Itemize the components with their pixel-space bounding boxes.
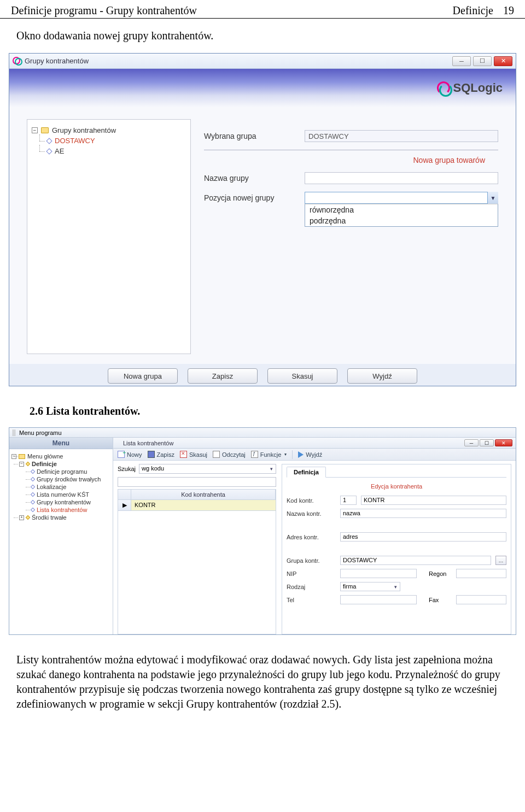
collapse-icon[interactable]: − [32, 127, 38, 133]
position-label: Pozycja nowej grupy [204, 193, 297, 202]
tree-item-dostawcy[interactable]: DOSTAWCY [32, 136, 186, 146]
fax-field[interactable] [456, 595, 506, 604]
exit-button[interactable]: Wyjdź [347, 368, 417, 384]
diamond-icon [31, 508, 35, 512]
nazwa-kontr-field[interactable]: nazwa [340, 509, 506, 518]
toolbar-exit[interactable]: Wyjdź [298, 451, 322, 458]
rodzaj-select[interactable]: firma ▾ [340, 582, 400, 591]
app-icon [118, 440, 122, 445]
menu-programu-label: Menu programu [19, 429, 62, 436]
kod-kontr-id-field[interactable]: 1 [340, 496, 357, 505]
chevron-down-icon[interactable]: ▾ [392, 582, 400, 591]
position-combo-list[interactable]: równorzędna podrzędna [305, 204, 498, 227]
tree-root[interactable]: − Grupy kontrahentów [32, 125, 186, 136]
expand-icon[interactable]: + [19, 515, 24, 520]
chevron-down-icon[interactable]: ▼ [487, 192, 498, 204]
sqlogic-logo-icon [437, 81, 450, 95]
toolbar: Nowy Zapisz Skasuj Odczytaj Funkcje▾ Wyj… [113, 449, 516, 461]
toolbar-refresh[interactable]: Odczytaj [213, 451, 246, 458]
kod-kontr-field[interactable]: KONTR [361, 496, 506, 505]
tree-item[interactable]: Definicje programu [11, 468, 110, 475]
chevron-down-icon[interactable]: ▾ [267, 464, 276, 473]
new-group-button[interactable]: Nowa grupa [108, 368, 178, 384]
grid-header-kod[interactable]: Kod kontrahenta [131, 490, 276, 499]
tab-definicja[interactable]: Definicja [287, 467, 326, 478]
child-window-titlebar: Lista kontrahentów ─ ☐ ✕ [113, 438, 516, 449]
minimize-button[interactable]: ─ [464, 439, 479, 446]
form-panel: Wybrana grupa DOSTAWCY Nowa grupa towaró… [204, 119, 498, 354]
search-mode-select[interactable]: wg kodu ▾ [139, 464, 276, 474]
tree-root-label: Grupy kontrahentów [52, 126, 116, 134]
tel-field[interactable] [340, 595, 417, 604]
child-window-title: Lista kontrahentów [123, 440, 464, 446]
maximize-button[interactable]: ☐ [473, 56, 492, 66]
diamond-icon [31, 469, 35, 474]
tree-item-label: AE [55, 147, 64, 155]
tree-label: Definicje [32, 461, 57, 467]
left-menu-header: Menu [9, 438, 113, 449]
toolbar-label: Funkcje [260, 451, 282, 458]
collapse-icon[interactable]: − [11, 454, 16, 459]
tel-label: Tel [287, 597, 336, 603]
left-tree[interactable]: − Menu główne − Definicje Definicje prog… [9, 449, 113, 634]
toolbar-label: Odczytaj [222, 451, 246, 458]
selected-group-label: Wybrana grupa [204, 132, 297, 140]
position-combo[interactable] [305, 192, 498, 204]
diamond-icon [31, 485, 35, 489]
combo-option-podrzedna[interactable]: podrzędna [305, 215, 498, 226]
diamond-icon [46, 138, 52, 144]
page-header: Definicje programu - Grupy kontrahentów … [0, 0, 525, 19]
refresh-icon [213, 451, 220, 458]
nip-field[interactable] [340, 569, 417, 578]
delete-icon [180, 451, 187, 458]
search-mode-value: wg kodu [142, 465, 164, 472]
toolbar-new[interactable]: Nowy [118, 451, 142, 458]
header-band: SQLogic [9, 69, 516, 107]
window-lista-kontrahentow: Menu programu Menu − Menu główne − Defin… [9, 427, 516, 635]
adres-kontr-field[interactable]: adres [340, 532, 506, 542]
regon-field[interactable] [456, 569, 506, 578]
delete-button[interactable]: Skasuj [267, 368, 337, 384]
minimize-button[interactable]: ─ [452, 56, 471, 66]
grupa-browse-button[interactable]: … [495, 556, 506, 565]
close-button[interactable]: ✕ [494, 56, 512, 66]
tree-panel[interactable]: − Grupy kontrahentów DOSTAWCY AE [27, 119, 191, 354]
tree-item[interactable]: Grupy środków trwałych [11, 475, 110, 483]
page-number: 19 [503, 4, 514, 17]
nip-label: NIP [287, 570, 336, 577]
tree-root-menu-glowne[interactable]: − Menu główne [11, 452, 110, 460]
grip-icon [13, 429, 16, 436]
close-button[interactable]: ✕ [495, 439, 512, 446]
tree-label: Lokalizacje [37, 484, 66, 490]
tree-item-srodki-trwale[interactable]: + Środki trwałe [11, 514, 110, 521]
grupa-kontr-field[interactable]: DOSTAWCY [340, 556, 491, 565]
collapse-icon[interactable]: − [19, 462, 24, 467]
tree-item-ae[interactable]: AE [32, 146, 186, 156]
tree-item-lista-kontrahentow[interactable]: Lista kontrahentów [11, 506, 110, 514]
group-name-input[interactable] [305, 172, 498, 184]
kod-kontr-label: Kod kontr. [287, 497, 336, 504]
diamond-icon [46, 148, 52, 154]
tree-item[interactable]: Grupy kontrahentów [11, 498, 110, 506]
toolbar-save[interactable]: Zapisz [148, 451, 174, 458]
kontrahent-grid[interactable]: Kod kontrahenta ▶ KONTR [118, 489, 276, 634]
save-button[interactable]: Zapisz [188, 368, 258, 384]
app-icon [13, 57, 21, 66]
maximize-button[interactable]: ☐ [480, 439, 494, 446]
tree-item[interactable]: Lista numerów KŚT [11, 491, 110, 498]
toolbar-label: Skasuj [189, 451, 207, 458]
toolbar-delete[interactable]: Skasuj [180, 451, 207, 458]
detail-section-title: Edycja kontrahenta [287, 479, 506, 492]
tree-item-definicje[interactable]: − Definicje [11, 460, 110, 468]
tree-label: Lista numerów KŚT [37, 491, 89, 498]
search-input[interactable] [118, 477, 276, 487]
exit-icon [298, 451, 304, 458]
tree-label: Menu główne [27, 453, 63, 460]
fax-label: Fax [421, 597, 452, 603]
toolbar-func[interactable]: Funkcje▾ [251, 451, 287, 458]
diamond-icon [31, 492, 35, 497]
toolbar-label: Zapisz [157, 451, 174, 458]
combo-option-rownorzedna[interactable]: równorzędna [305, 204, 498, 215]
grid-row[interactable]: ▶ KONTR [118, 500, 276, 511]
tree-item[interactable]: Lokalizacje [11, 483, 110, 491]
